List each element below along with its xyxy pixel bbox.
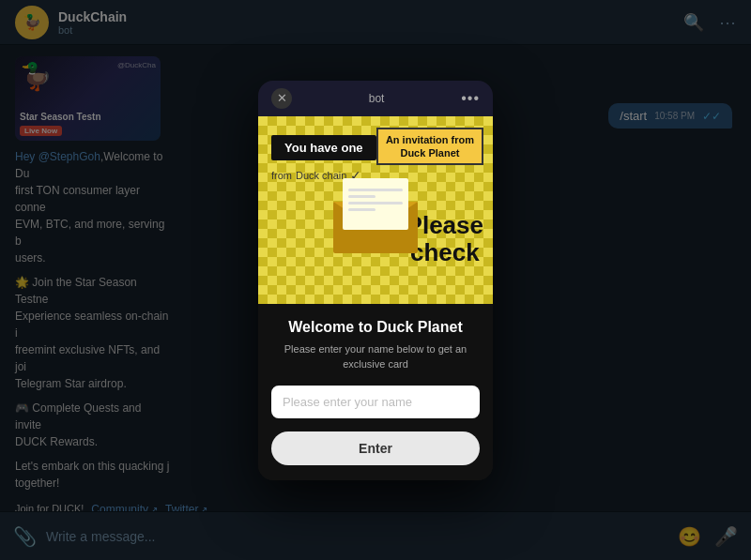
modal-close-button[interactable]: ✕ [271, 88, 292, 109]
paper-line-3 [348, 202, 403, 204]
envelope-paper [343, 178, 408, 230]
modal-subtitle: Please enter your name below to get an e… [271, 341, 480, 372]
paper-line-4 [348, 208, 376, 211]
invite-from-label: An invitation from [386, 133, 474, 146]
paper-line-2 [348, 195, 376, 198]
invite-from2-label: Duck Planet [386, 146, 474, 159]
paper-line-1 [348, 189, 403, 191]
from-source-label: Duck chain [296, 170, 346, 181]
invite-badge: An invitation from Duck Planet [376, 128, 483, 166]
modal-topbar: ✕ bot ••• [258, 81, 493, 116]
paper-lines [348, 189, 403, 211]
invite-card: An invitation from Duck Planet You have … [258, 116, 493, 304]
envelope [333, 192, 418, 253]
you-have-one-badge: You have one [271, 135, 376, 160]
duck-planet-modal: ✕ bot ••• An invitation from Duck Planet… [258, 81, 493, 480]
modal-bottom: Welcome to Duck Planet Please enter your… [258, 304, 493, 480]
modal-more-button[interactable]: ••• [461, 90, 480, 107]
modal-title: Welcome to Duck Planet [271, 319, 480, 336]
enter-button[interactable]: Enter [271, 431, 480, 465]
modal-overlay: ✕ bot ••• An invitation from Duck Planet… [0, 0, 751, 560]
name-input[interactable] [271, 386, 480, 418]
modal-bot-label: bot [369, 92, 385, 105]
